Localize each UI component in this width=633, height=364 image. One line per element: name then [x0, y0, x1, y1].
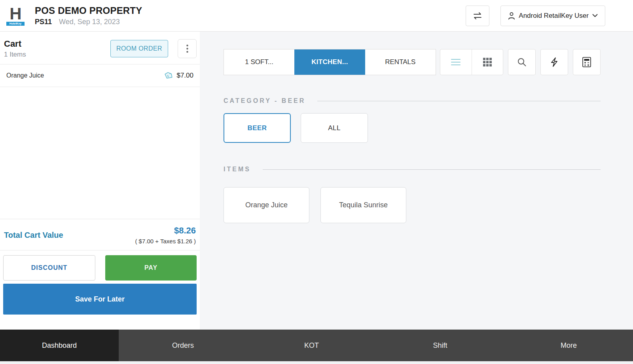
items-section-heading: ITEMS [224, 166, 601, 173]
main-area: Cart 1 Items ROOM ORDER Oran [0, 32, 633, 330]
quick-action-icon [550, 57, 558, 67]
person-icon [508, 12, 515, 20]
current-date: Wed, Sep 13, 2023 [59, 18, 120, 26]
heading-rule [317, 101, 601, 101]
hotelkey-logo: H HotelKey [6, 6, 25, 26]
total-breakdown: ( $7.00 + Taxes $1.26 ) [135, 238, 196, 245]
cart-options-button[interactable] [178, 39, 197, 58]
item-cards: Orange Juice Tequila Sunrise [224, 187, 601, 223]
cart-item-price: $7.00 [176, 72, 193, 80]
bottom-navigation: Dashboard Orders KOT Shift More [0, 330, 633, 361]
total-cart-value-label: Total Cart Value [4, 231, 63, 240]
nav-shift[interactable]: Shift [376, 330, 504, 361]
nav-dashboard[interactable]: Dashboard [0, 330, 119, 361]
chevron-down-icon [592, 14, 598, 17]
terminal-id: PS11 [35, 18, 52, 26]
logo-brand-label: HotelKey [6, 22, 25, 26]
property-subrow: PS11 Wed, Sep 13, 2023 [35, 18, 142, 26]
discount-button[interactable]: DISCOUNT [3, 255, 95, 281]
nav-kot[interactable]: KOT [247, 330, 376, 361]
save-for-later-button[interactable]: Save For Later [3, 284, 197, 315]
category-beer-button[interactable]: BEER [224, 113, 291, 143]
cart-total-row: Total Cart Value $8.26 ( $7.00 + Taxes $… [0, 219, 200, 250]
category-heading-label: CATEGORY - BEER [224, 97, 305, 104]
cart-item-count: 1 Items [4, 51, 26, 59]
total-amount: $8.26 [135, 226, 196, 236]
property-title-block: POS DEMO PROPERTY PS11 Wed, Sep 13, 2023 [35, 5, 142, 26]
items-heading-label: ITEMS [224, 166, 251, 173]
category-all-button[interactable]: ALL [301, 113, 368, 143]
search-icon [517, 57, 527, 67]
cart-title: Cart [4, 39, 26, 49]
pay-button[interactable]: PAY [105, 255, 197, 281]
cart-title-block: Cart 1 Items [4, 39, 26, 59]
logo-letter: H [9, 6, 21, 22]
calculator-icon [582, 57, 591, 68]
tab-kitchen[interactable]: KITCHEN... [294, 49, 365, 75]
pos-app: H HotelKey POS DEMO PROPERTY PS11 Wed, S… [0, 0, 633, 364]
bottom-strip [0, 361, 633, 364]
cart-action-row: DISCOUNT PAY [0, 250, 200, 281]
nav-orders[interactable]: Orders [119, 330, 247, 361]
user-menu-button[interactable]: Android RetailKey User [500, 6, 605, 26]
nav-more[interactable]: More [504, 330, 633, 361]
cart-panel: Cart 1 Items ROOM ORDER Oran [0, 32, 200, 330]
tab-rentals[interactable]: RENTALS [365, 49, 436, 75]
cart-item-name: Orange Juice [6, 72, 44, 79]
price-tag-icon: $ [164, 71, 173, 80]
category-buttons: BEER ALL [224, 113, 601, 143]
menu-tabs: 1 SOFT... KITCHEN... RENTALS [224, 49, 436, 75]
category-section-heading: CATEGORY - BEER [224, 97, 601, 104]
list-view-icon [451, 58, 461, 66]
list-view-button[interactable] [440, 49, 472, 75]
cart-header: Cart 1 Items ROOM ORDER [0, 32, 200, 64]
catalog-toolbar: 1 SOFT... KITCHEN... RENTALS [224, 49, 601, 75]
search-button[interactable] [508, 49, 536, 75]
view-toggle [440, 49, 503, 75]
total-amount-block: $8.26 ( $7.00 + Taxes $1.26 ) [135, 226, 196, 245]
swap-horizontal-icon [472, 11, 483, 20]
switch-terminal-button[interactable] [466, 6, 489, 26]
grid-view-button[interactable] [472, 49, 503, 75]
item-card-tequila-sunrise[interactable]: Tequila Sunrise [320, 187, 406, 223]
room-order-button[interactable]: ROOM ORDER [110, 40, 168, 57]
cart-header-actions: ROOM ORDER [110, 39, 197, 58]
kebab-menu-icon [186, 44, 188, 53]
heading-rule [263, 169, 601, 170]
quick-action-button[interactable] [540, 49, 568, 75]
cart-line-item[interactable]: Orange Juice $ $7.00 [0, 64, 200, 87]
page-title: POS DEMO PROPERTY [35, 5, 142, 16]
catalog-panel: 1 SOFT... KITCHEN... RENTALS [200, 32, 633, 330]
app-header: H HotelKey POS DEMO PROPERTY PS11 Wed, S… [0, 0, 633, 32]
tab-soft-drinks[interactable]: 1 SOFT... [224, 49, 294, 75]
calculator-button[interactable] [573, 49, 601, 75]
cart-item-price-block: $ $7.00 [164, 71, 193, 80]
user-name: Android RetailKey User [519, 12, 589, 20]
item-card-orange-juice[interactable]: Orange Juice [224, 187, 309, 223]
grid-view-icon [483, 57, 492, 67]
